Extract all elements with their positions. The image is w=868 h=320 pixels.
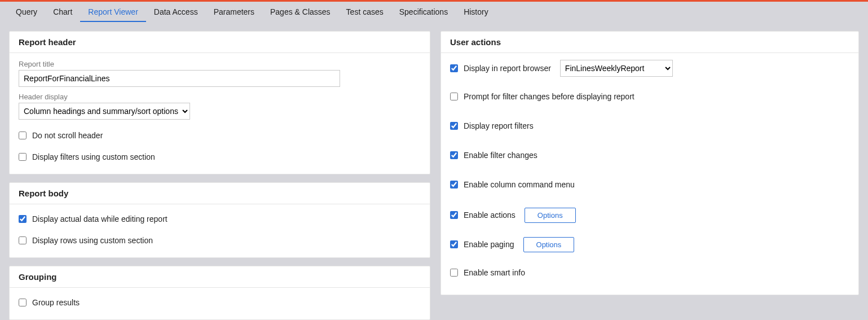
panel-grouping-title: Grouping: [10, 266, 430, 288]
display-report-filters-checkbox[interactable]: [450, 122, 458, 130]
enable-paging-checkbox[interactable]: [450, 240, 458, 248]
tab-parameters[interactable]: Parameters: [206, 2, 262, 22]
panel-user-actions: User actions Display in report browser F…: [440, 31, 859, 295]
enable-paging-options-button[interactable]: Options: [523, 237, 575, 252]
panel-report-body-title: Report body: [10, 183, 430, 204]
report-browser-select[interactable]: FinLinesWeeklyReport: [560, 60, 673, 77]
tab-query[interactable]: Query: [8, 2, 45, 22]
tab-history[interactable]: History: [456, 2, 496, 22]
tab-data-access[interactable]: Data Access: [146, 2, 206, 22]
tab-chart[interactable]: Chart: [45, 2, 80, 22]
report-title-input[interactable]: [19, 70, 340, 87]
tab-test-cases[interactable]: Test cases: [338, 2, 391, 22]
prompt-filter-checkbox[interactable]: [450, 93, 458, 100]
enable-filter-changes-checkbox[interactable]: [450, 151, 458, 159]
enable-smart-info-label[interactable]: Enable smart info: [464, 268, 525, 278]
display-rows-custom-label[interactable]: Display rows using custom section: [32, 235, 153, 246]
report-title-label: Report title: [19, 60, 421, 68]
header-display-select[interactable]: Column headings and summary/sort options: [19, 103, 190, 120]
display-actual-checkbox[interactable]: [19, 215, 27, 223]
enable-actions-options-button[interactable]: Options: [525, 208, 576, 223]
display-in-browser-label[interactable]: Display in report browser: [464, 63, 551, 73]
panel-grouping: Grouping Group results: [9, 266, 430, 320]
do-not-scroll-label[interactable]: Do not scroll header: [32, 130, 103, 141]
display-report-filters-label[interactable]: Display report filters: [464, 121, 534, 131]
panel-report-header: Report header Report title Header displa…: [9, 31, 430, 174]
prompt-filter-label[interactable]: Prompt for filter changes before display…: [464, 91, 635, 102]
display-filters-custom-checkbox[interactable]: [19, 153, 27, 161]
header-display-label: Header display: [19, 93, 421, 101]
panel-report-header-title: Report header: [10, 32, 430, 53]
tab-bar: Query Chart Report Viewer Data Access Pa…: [0, 2, 868, 22]
display-filters-custom-label[interactable]: Display filters using custom section: [32, 152, 155, 162]
enable-actions-label[interactable]: Enable actions: [464, 210, 515, 220]
display-in-browser-checkbox[interactable]: [450, 64, 458, 72]
panel-user-actions-title: User actions: [441, 32, 858, 53]
display-rows-custom-checkbox[interactable]: [19, 236, 27, 244]
panel-report-body: Report body Display actual data while ed…: [9, 182, 430, 258]
tab-specifications[interactable]: Specifications: [391, 2, 456, 22]
group-results-checkbox[interactable]: [19, 299, 27, 306]
tab-report-viewer[interactable]: Report Viewer: [80, 2, 146, 22]
tab-pages-classes[interactable]: Pages & Classes: [262, 2, 338, 22]
enable-column-cmd-checkbox[interactable]: [450, 181, 458, 189]
do-not-scroll-checkbox[interactable]: [19, 131, 27, 139]
display-actual-label[interactable]: Display actual data while editing report: [32, 214, 168, 224]
enable-actions-checkbox[interactable]: [450, 211, 458, 219]
enable-paging-label[interactable]: Enable paging: [464, 239, 514, 249]
enable-filter-changes-label[interactable]: Enable filter changes: [464, 150, 537, 160]
enable-smart-info-checkbox[interactable]: [450, 269, 458, 277]
enable-column-cmd-label[interactable]: Enable column command menu: [464, 179, 575, 190]
group-results-label[interactable]: Group results: [32, 297, 80, 308]
